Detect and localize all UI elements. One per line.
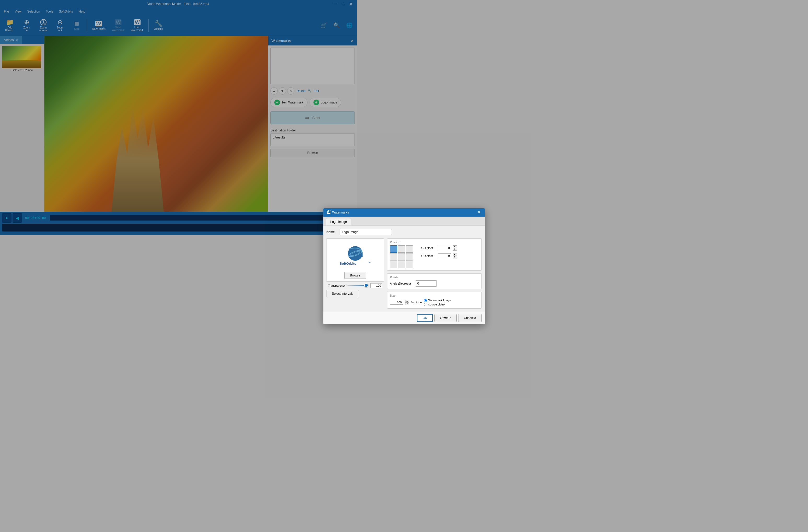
dialog-overlay: 🖼 Watermarks ✕ Logo Image Name	[0, 0, 357, 235]
name-row: Name	[327, 229, 357, 235]
dialog-title-bar: 🖼 Watermarks ✕	[324, 208, 357, 217]
name-label: Name	[327, 230, 337, 234]
watermarks-dialog: 🖼 Watermarks ✕ Logo Image Name	[323, 208, 357, 235]
dialog-content: Name	[324, 226, 357, 235]
dialog-title: Watermarks	[332, 210, 349, 214]
dialog-icon: 🖼	[327, 210, 331, 215]
dialog-tabs: Logo Image	[324, 217, 357, 226]
name-input[interactable]	[339, 229, 357, 235]
tab-logo-image[interactable]: Logo Image	[326, 218, 351, 225]
